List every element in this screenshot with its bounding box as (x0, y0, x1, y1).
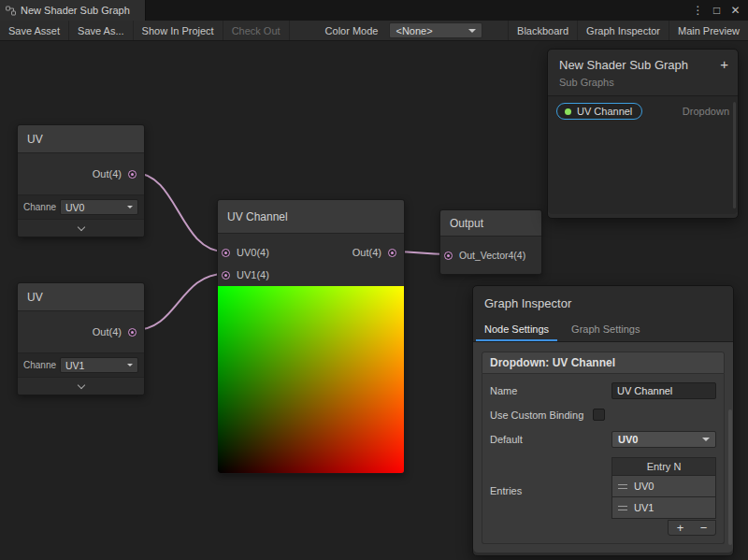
entries-label: Entries (490, 457, 611, 536)
blackboard-toggle-button[interactable]: Blackboard (508, 21, 577, 40)
graph-inspector-panel[interactable]: Graph Inspector Node Settings Graph Sett… (472, 285, 734, 556)
name-label: Name (490, 384, 611, 397)
entry-row[interactable]: UV1 (611, 497, 716, 519)
save-asset-button[interactable]: Save Asset (0, 21, 69, 40)
save-as-button[interactable]: Save As... (69, 21, 134, 40)
node-title-bar[interactable]: UV (18, 283, 144, 311)
default-field-row: Default UV0 (490, 431, 716, 448)
port-label: Out(4) (93, 326, 122, 337)
inspector-content: Dropdown: UV Channel Name Use Custom Bin… (473, 342, 733, 553)
inspector-tabs: Node Settings Graph Settings (473, 319, 733, 342)
entry-name: UV0 (634, 481, 654, 492)
window-menu-icon[interactable]: ⋮ (690, 4, 706, 17)
drag-handle-icon[interactable] (618, 506, 627, 510)
channel-dropdown[interactable]: UV0 (60, 199, 138, 215)
channel-dropdown[interactable]: UV1 (60, 357, 138, 373)
dropdown-arrow-icon (468, 29, 476, 33)
entry-row[interactable]: UV0 (611, 476, 716, 497)
output-port[interactable] (128, 328, 137, 337)
blackboard-panel[interactable]: New Shader Sub Graph Sub Graphs + UV Cha… (547, 49, 739, 219)
add-property-button[interactable]: + (720, 56, 728, 72)
input-port-uv0[interactable] (222, 249, 230, 257)
close-icon[interactable]: ✕ (727, 4, 743, 17)
name-field-row: Name (490, 382, 716, 399)
color-mode-label: Color Mode (318, 21, 386, 40)
blackboard-item-row: UV Channel Dropdown (556, 103, 729, 120)
color-mode-dropdown[interactable]: <None> (389, 22, 482, 38)
output-node[interactable]: Output Out_Vector4(4) (439, 209, 542, 275)
input-port-row: UV1(4) (218, 264, 404, 286)
tab-graph-settings[interactable]: Graph Settings (560, 319, 651, 341)
uv-node-top[interactable]: UV Out(4) Channe UV0 (17, 124, 145, 237)
channel-control-row: Channe UV1 (18, 352, 144, 377)
node-title: UV (27, 291, 43, 304)
input-port-row: Out_Vector4(4) (440, 237, 541, 274)
node-title: UV Channel (227, 210, 288, 223)
output-port-row: Out(4) (352, 241, 404, 264)
tab-node-settings[interactable]: Node Settings (473, 319, 560, 341)
ports-section: UV0(4) UV1(4) Out(4) (218, 234, 404, 286)
graph-inspector-toggle-button[interactable]: Graph Inspector (577, 21, 669, 40)
maximize-icon[interactable]: □ (709, 4, 725, 17)
add-entry-button[interactable]: + (669, 521, 692, 535)
blackboard-subtitle: Sub Graphs (559, 77, 726, 88)
blackboard-title: New Shader Sub Graph (559, 58, 726, 72)
node-title-bar[interactable]: UV Channel (218, 200, 404, 234)
entries-footer: + − (611, 520, 716, 536)
graph-canvas[interactable]: UV Out(4) Channe UV0 UV O (0, 41, 748, 560)
blackboard-body: UV Channel Dropdown (548, 95, 738, 214)
use-custom-binding-checkbox[interactable] (593, 409, 605, 421)
node-title-bar[interactable]: UV (18, 125, 144, 153)
port-label: UV1(4) (237, 269, 269, 280)
uv-channel-preview (218, 286, 404, 473)
color-mode-value: <None> (396, 25, 432, 36)
entry-name: UV1 (634, 502, 654, 513)
use-custom-binding-label: Use Custom Binding (490, 409, 593, 422)
dropdown-arrow-icon (127, 364, 133, 366)
window-tab[interactable]: New Shader Sub Graph (0, 0, 146, 21)
output-port[interactable] (128, 170, 137, 179)
channel-control-row: Channe UV0 (18, 194, 144, 219)
port-label: Out(4) (352, 247, 381, 258)
output-port-row: Out(4) (18, 311, 144, 352)
node-title: UV (27, 133, 43, 146)
inspector-scrollbar[interactable] (728, 409, 732, 545)
uv-channel-node[interactable]: UV Channel UV0(4) UV1(4) Out(4) (217, 199, 405, 474)
window-tab-title: New Shader Sub Graph (21, 5, 130, 16)
exposed-dot-icon (565, 108, 571, 115)
entries-list: Entry N UV0 UV1 + (611, 457, 716, 536)
edge-uv-top-to-uv0[interactable] (135, 173, 224, 251)
node-title-bar[interactable]: Output (440, 210, 541, 237)
remove-entry-button[interactable]: − (692, 521, 715, 535)
section-body: Name Use Custom Binding Default UV0 (482, 374, 725, 544)
channel-value: UV1 (65, 360, 84, 371)
check-out-button: Check Out (223, 21, 290, 40)
output-port[interactable] (388, 249, 396, 257)
edge-uv-bottom-to-uv1[interactable] (135, 274, 224, 330)
drag-handle-icon[interactable] (618, 484, 627, 489)
blackboard-scrollbar[interactable] (733, 102, 736, 208)
show-in-project-button[interactable]: Show In Project (134, 21, 223, 40)
channel-label: Channe (23, 360, 56, 370)
title-bar: New Shader Sub Graph ⋮ □ ✕ (0, 0, 748, 21)
entries-buttons: + − (668, 520, 716, 536)
toolbar: Save Asset Save As... Show In Project Ch… (0, 21, 748, 41)
blackboard-header: New Shader Sub Graph Sub Graphs + (548, 50, 738, 95)
port-label: Out(4) (93, 168, 122, 179)
collapse-button[interactable] (18, 219, 144, 237)
entries-header: Entry N (611, 457, 716, 476)
blackboard-item-type: Dropdown (683, 106, 729, 117)
collapse-button[interactable] (18, 377, 144, 395)
chevron-down-icon (77, 381, 84, 388)
node-title: Output (450, 217, 483, 230)
uv-node-bottom[interactable]: UV Out(4) Channe UV1 (17, 282, 145, 395)
default-value: UV0 (618, 434, 638, 445)
binding-field-row: Use Custom Binding (490, 409, 716, 422)
input-port[interactable] (444, 251, 453, 260)
input-port-uv1[interactable] (222, 271, 230, 280)
default-dropdown[interactable]: UV0 (611, 431, 716, 448)
main-preview-toggle-button[interactable]: Main Preview (669, 21, 748, 40)
blackboard-item-uv-channel[interactable]: UV Channel (556, 103, 642, 120)
chevron-down-icon (77, 223, 84, 230)
name-input[interactable] (611, 382, 716, 399)
